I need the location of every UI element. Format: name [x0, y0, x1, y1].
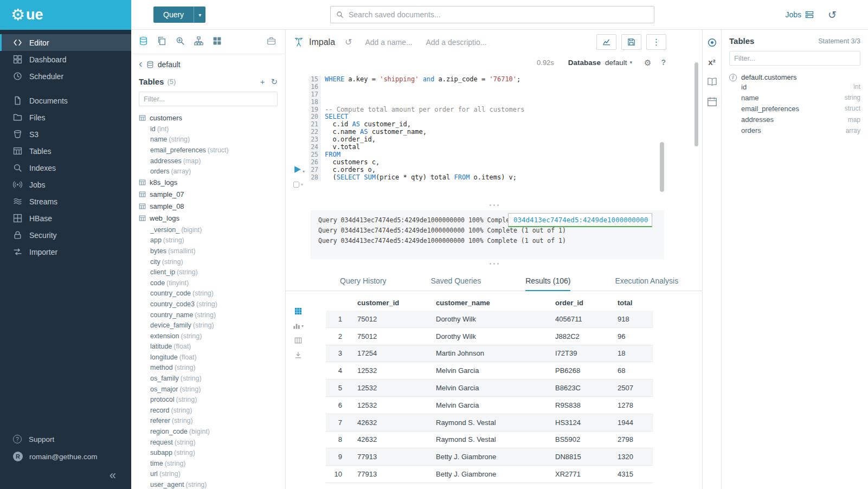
more-options-button[interactable]: ⋮ — [646, 34, 666, 50]
chart-button[interactable] — [596, 34, 616, 50]
sitemap-icon[interactable] — [194, 36, 205, 47]
assist-column-os_family[interactable]: os_family(string) — [139, 373, 278, 384]
assist-column-longitude[interactable]: longitude(float) — [139, 352, 278, 363]
assist-column-request[interactable]: request(string) — [139, 437, 278, 448]
assist-table-sample_07[interactable]: sample_07 — [139, 189, 278, 201]
schedule-icon[interactable] — [707, 96, 717, 107]
apps-icon[interactable] — [213, 36, 223, 47]
right-assist-column-email_preferences[interactable]: email_preferencesstruct — [729, 103, 860, 114]
table-row[interactable]: 175012Dorothy Wilk4056711918 — [326, 311, 653, 328]
table-row[interactable]: 317254Martin JohnsonI72T3918 — [326, 345, 653, 363]
assist-column-latitude[interactable]: latitude(float) — [139, 342, 278, 352]
assist-column-email_preferences[interactable]: email_preferences(struct) — [139, 145, 278, 156]
assist-column-orders[interactable]: orders(array) — [139, 166, 278, 177]
assist-column-referer[interactable]: referer(string) — [139, 416, 278, 427]
main-scrollbar[interactable] — [695, 62, 698, 146]
documents-icon[interactable] — [157, 36, 168, 47]
grid-view-icon[interactable] — [294, 307, 302, 315]
assist-column-code[interactable]: code(tinyint) — [139, 278, 278, 288]
sidebar-item-importer[interactable]: Importer — [0, 243, 131, 260]
bag-icon[interactable] — [267, 36, 278, 47]
sidebar-item-documents[interactable]: Documents — [0, 92, 131, 109]
table-row[interactable]: 275012Dorothy WilkJ882C296 — [326, 328, 653, 345]
assist-filter-input[interactable] — [139, 92, 278, 106]
query-description-input[interactable] — [426, 38, 490, 47]
assist-column-region_code[interactable]: region_code(bigint) — [139, 426, 278, 437]
databases-icon[interactable] — [139, 36, 150, 47]
table-row[interactable]: 977913Betty J. GiambroneDN88151320 — [326, 448, 653, 466]
table-row[interactable]: 412532Melvin GarciaPB626868 — [326, 362, 653, 379]
sidebar-item-editor[interactable]: Editor — [0, 34, 131, 51]
sidebar-item-s3[interactable]: S3 — [0, 126, 131, 143]
assist-table-web_logs[interactable]: web_logs — [139, 213, 278, 224]
editor-options-button[interactable]: ▾ — [293, 182, 303, 188]
right-assist-column-orders[interactable]: ordersarray — [729, 125, 860, 136]
table-row[interactable]: 1077913Betty J. GiambroneXR27714315 — [326, 466, 653, 483]
resize-handle-2[interactable] — [286, 259, 702, 268]
assist-column-time[interactable]: time(string) — [139, 458, 278, 469]
tab-results-106[interactable]: Results (106) — [525, 271, 570, 291]
right-assist-column-addresses[interactable]: addressesmap — [729, 114, 860, 125]
assist-column-subapp[interactable]: subapp(string) — [139, 447, 278, 458]
hue-logo[interactable]: ⚙ ue — [0, 0, 131, 30]
assist-column-device_family[interactable]: device_family(string) — [139, 320, 278, 331]
editor-scrollbar[interactable] — [660, 142, 664, 192]
sidebar-item-streams[interactable]: Streams — [0, 193, 131, 210]
settings-gear-icon[interactable]: ⚙ — [644, 59, 651, 67]
sidebar-item-scheduler[interactable]: Scheduler — [0, 68, 131, 85]
code-editor[interactable]: 15WHERE a.key = 'shipping' and a.zip_cod… — [286, 70, 702, 201]
query-id-link[interactable]: 034d413ec7474ed5:4249de1000000000 — [513, 216, 648, 224]
execute-caret-icon[interactable]: ▾ — [303, 169, 305, 174]
assist-column-method[interactable]: method(string) — [139, 363, 278, 374]
query-dropdown-caret-icon[interactable]: ▾ — [194, 7, 205, 23]
jobs-link[interactable]: Jobs — [786, 10, 814, 19]
columns-icon[interactable] — [294, 337, 302, 344]
table-row[interactable]: 612532Melvin GarciaR9S8381278 — [326, 397, 653, 414]
search-input[interactable] — [349, 10, 648, 19]
right-assist-column-id[interactable]: idint — [729, 81, 860, 92]
assist-column-city[interactable]: city(string) — [139, 256, 278, 267]
assist-column-name[interactable]: name(string) — [139, 134, 278, 145]
assist-column-country_name[interactable]: country_name(string) — [139, 310, 278, 320]
search-plus-icon[interactable] — [176, 36, 187, 47]
query-name-input[interactable] — [365, 38, 419, 47]
sidebar-item-security[interactable]: Security — [0, 227, 131, 243]
sidebar-item-tables[interactable]: Tables — [0, 143, 131, 159]
assist-column-bytes[interactable]: bytes(smallint) — [139, 246, 278, 256]
chart-view-icon[interactable]: ▾ — [293, 322, 304, 330]
sidebar-item-hbase[interactable]: HBase — [0, 210, 131, 227]
right-assist-filter-input[interactable] — [729, 51, 860, 66]
assist-table-customers[interactable]: customers — [139, 112, 278, 124]
add-icon[interactable]: + — [260, 78, 265, 86]
assist-column-id[interactable]: id(int) — [139, 124, 278, 134]
right-assist-column-name[interactable]: namestring — [729, 92, 860, 103]
assist-column-_version_[interactable]: _version_(bigint) — [139, 224, 278, 235]
query-id-tooltip[interactable]: 034d413ec7474ed5:4249de1000000000 — [508, 213, 652, 227]
tab-execution-analysis[interactable]: Execution Analysis — [615, 271, 678, 291]
assist-column-os_major[interactable]: os_major(string) — [139, 384, 278, 395]
active-table-row[interactable]: i default.customers — [729, 73, 860, 81]
collapse-sidebar-icon[interactable]: « — [110, 469, 116, 481]
back-chevron-icon[interactable]: ‹ — [139, 58, 143, 69]
query-history-icon[interactable]: ↺ — [828, 10, 837, 20]
info-icon[interactable]: i — [729, 74, 737, 81]
sidebar-item-jobs[interactable]: Jobs — [0, 176, 131, 193]
assist-column-protocol[interactable]: protocol(string) — [139, 394, 278, 405]
assist-table-sample_08[interactable]: sample_08 — [139, 201, 278, 213]
assist-column-record[interactable]: record(string) — [139, 405, 278, 416]
assist-table-k8s_logs[interactable]: k8s_logs — [139, 177, 278, 189]
assist-column-country_code3[interactable]: country_code3(string) — [139, 299, 278, 310]
table-row[interactable]: 512532Melvin GarciaB8623C2507 — [326, 379, 653, 397]
editor-context-icon[interactable] — [707, 37, 717, 48]
snippet-history-icon[interactable]: ↺ — [345, 38, 352, 47]
table-row[interactable]: 742632Raymond S. VestalHS31241944 — [326, 414, 653, 432]
resize-handle[interactable] — [286, 201, 702, 209]
tab-saved-queries[interactable]: Saved Queries — [431, 271, 481, 291]
assist-column-country_code[interactable]: country_code(string) — [139, 288, 278, 299]
new-query-button[interactable]: Query ▾ — [153, 7, 205, 23]
assist-column-extension[interactable]: extension(string) — [139, 331, 278, 342]
assist-column-url[interactable]: url(string) — [139, 469, 278, 480]
sidebar-item-indexes[interactable]: Indexes — [0, 159, 131, 176]
database-breadcrumb[interactable]: default — [158, 60, 181, 69]
sidebar-item-user[interactable]: R romain@gethue.com — [0, 448, 131, 465]
